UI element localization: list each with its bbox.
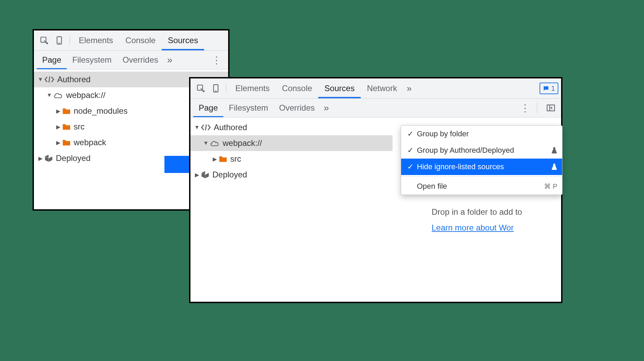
folder-icon (62, 107, 71, 115)
kebab-menu-icon[interactable]: ⋮ (208, 54, 225, 66)
code-icon (201, 124, 211, 131)
top-toolbar: Elements Console Sources Network » 1 (190, 78, 561, 99)
tree-src[interactable]: ▶ src (190, 151, 393, 167)
cloud-icon (210, 139, 220, 147)
device-toggle-icon[interactable] (53, 34, 65, 47)
inspect-icon[interactable] (38, 34, 50, 47)
subtab-overrides[interactable]: Overrides (117, 51, 164, 69)
tree-label: Authored (57, 75, 90, 84)
menu-label: Open file (417, 182, 544, 191)
check-icon: ✓ (406, 162, 415, 171)
menu-label: Group by folder (417, 129, 557, 138)
inspect-icon[interactable] (195, 82, 207, 95)
caret-down-icon: ▼ (194, 124, 200, 130)
check-icon: ✓ (406, 146, 415, 155)
caret-right-icon: ▶ (55, 139, 61, 146)
learn-more-link[interactable]: Learn more about Wor (432, 223, 514, 232)
divider (70, 35, 70, 46)
message-icon (543, 85, 549, 91)
device-toggle-icon[interactable] (210, 82, 222, 95)
badge-count: 1 (551, 85, 555, 92)
issues-badge[interactable]: 1 (540, 83, 558, 94)
menu-label: Hide ignore-listed sources (417, 162, 549, 171)
flask-icon (551, 147, 557, 154)
sources-subtoolbar: Page Filesystem Overrides » ⋮ (190, 99, 561, 117)
tab-elements[interactable]: Elements (73, 30, 119, 50)
caret-down-icon: ▼ (203, 140, 209, 146)
tree-label: src (230, 154, 241, 164)
menu-hide-ignore-listed[interactable]: ✓ Hide ignore-listed sources (401, 159, 562, 175)
sources-options-menu: ✓ Group by folder ✓ Group by Authored/De… (401, 125, 562, 195)
menu-label: Group by Authored/Deployed (417, 146, 549, 155)
cube-icon (44, 154, 53, 163)
caret-right-icon: ▶ (37, 155, 44, 162)
tree-label: webpack (74, 138, 106, 147)
menu-open-file[interactable]: Open file ⌘ P (401, 178, 562, 195)
tab-sources[interactable]: Sources (162, 30, 204, 50)
top-toolbar: Elements Console Sources (34, 30, 228, 51)
tree-authored[interactable]: ▼ Authored (190, 120, 393, 135)
tree-label: node_modules (74, 106, 127, 116)
subtab-filesystem[interactable]: Filesystem (223, 99, 274, 117)
tree-label: webpack:// (66, 90, 106, 100)
file-tree: ▼ Authored ▼ webpack:// ▶ src ▶ Deployed (190, 117, 393, 185)
tree-label: Deployed (212, 170, 247, 179)
tree-webpack[interactable]: ▼ webpack:// (190, 135, 393, 151)
cloud-icon (53, 91, 63, 99)
flask-icon (551, 163, 557, 170)
code-icon (44, 76, 54, 83)
caret-down-icon: ▼ (46, 92, 52, 98)
tree-label: src (74, 122, 85, 132)
more-tabs-icon[interactable]: » (403, 83, 415, 94)
subtab-overrides[interactable]: Overrides (274, 99, 320, 117)
caret-right-icon: ▶ (55, 124, 61, 130)
folder-icon (62, 139, 71, 146)
menu-group-by-folder[interactable]: ✓ Group by folder (401, 126, 562, 142)
subtab-filesystem[interactable]: Filesystem (67, 51, 117, 69)
check-icon: ✓ (406, 129, 415, 138)
tab-console[interactable]: Console (276, 78, 318, 98)
hint-text: Drop in a folder to add to (432, 207, 562, 217)
menu-group-authored-deployed[interactable]: ✓ Group by Authored/Deployed (401, 142, 562, 159)
caret-down-icon: ▼ (37, 76, 44, 83)
more-tabs-icon[interactable]: » (320, 102, 333, 113)
divider (537, 103, 537, 113)
tree-label: Deployed (56, 153, 90, 163)
tab-elements[interactable]: Elements (229, 78, 276, 98)
tree-label: Authored (214, 123, 247, 132)
menu-separator (401, 176, 562, 177)
tab-network[interactable]: Network (361, 78, 403, 98)
shortcut-hint: ⌘ P (544, 182, 557, 190)
cube-icon (201, 170, 210, 179)
tree-label: webpack:// (223, 138, 262, 148)
divider (226, 83, 226, 94)
folder-icon (219, 155, 227, 163)
sources-subtoolbar: Page Filesystem Overrides » ⋮ (34, 51, 228, 70)
more-tabs-icon[interactable]: » (164, 54, 176, 65)
tree-deployed[interactable]: ▶ Deployed (190, 167, 393, 183)
workspace-hint: Drop in a folder to add to Learn more ab… (432, 207, 562, 233)
subtab-page[interactable]: Page (193, 99, 223, 117)
caret-right-icon: ▶ (55, 108, 61, 114)
subtab-page[interactable]: Page (37, 51, 67, 69)
caret-right-icon: ▶ (212, 156, 218, 162)
toggle-navigator-icon[interactable] (545, 102, 557, 114)
folder-icon (62, 123, 71, 130)
tab-sources[interactable]: Sources (318, 78, 361, 98)
tab-console[interactable]: Console (119, 30, 162, 50)
kebab-menu-icon[interactable]: ⋮ (516, 102, 534, 114)
caret-right-icon: ▶ (194, 172, 200, 178)
